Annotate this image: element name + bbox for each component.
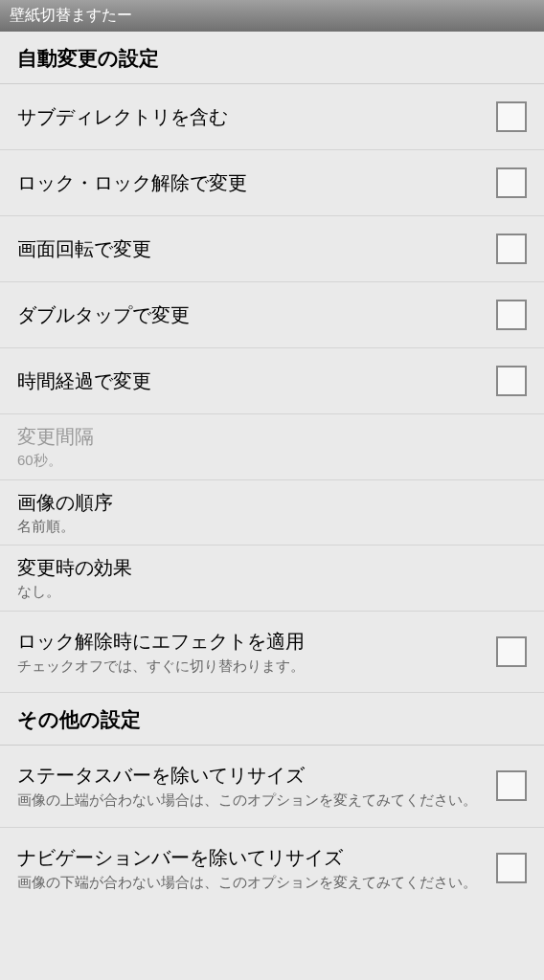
item-label: ダブルタップで変更 xyxy=(17,302,487,327)
item-label: ナビゲーションバーを除いてリサイズ xyxy=(17,845,487,870)
app-title-bar: 壁紙切替ますたー xyxy=(0,0,544,32)
item-include-subdir[interactable]: サブディレクトリを含む xyxy=(0,84,544,150)
item-label: ステータスバーを除いてリサイズ xyxy=(17,763,487,788)
checkbox-rotation[interactable] xyxy=(496,234,527,264)
item-sublabel: なし。 xyxy=(17,582,527,601)
item-resize-navbar[interactable]: ナビゲーションバーを除いてリサイズ 画像の下端が合わない場合は、このオプションを… xyxy=(0,828,544,909)
app-title: 壁紙切替ますたー xyxy=(10,7,132,23)
item-sublabel: 60秒。 xyxy=(17,451,527,470)
checkbox-unlock-effect[interactable] xyxy=(496,636,527,667)
item-resize-statusbar[interactable]: ステータスバーを除いてリサイズ 画像の上端が合わない場合は、このオプションを変え… xyxy=(0,746,544,828)
item-label: ロック解除時にエフェクトを適用 xyxy=(17,629,487,654)
item-sublabel: 名前順。 xyxy=(17,517,527,536)
item-sublabel: 画像の上端が合わない場合は、このオプションを変えてみてください。 xyxy=(17,791,487,810)
item-label: 変更間隔 xyxy=(17,424,527,449)
checkbox-lock-unlock[interactable] xyxy=(496,167,527,198)
item-time-elapsed[interactable]: 時間経過で変更 xyxy=(0,348,544,414)
item-doubletap[interactable]: ダブルタップで変更 xyxy=(0,282,544,348)
item-lock-unlock[interactable]: ロック・ロック解除で変更 xyxy=(0,150,544,216)
section-header-other: その他の設定 xyxy=(0,693,544,745)
item-label: 時間経過で変更 xyxy=(17,368,487,393)
item-label: サブディレクトリを含む xyxy=(17,104,487,129)
item-change-effect[interactable]: 変更時の効果 なし。 xyxy=(0,546,544,612)
item-unlock-effect[interactable]: ロック解除時にエフェクトを適用 チェックオフでは、すぐに切り替わります。 xyxy=(0,612,544,694)
item-sublabel: 画像の下端が合わない場合は、このオプションを変えてみてください。 xyxy=(17,873,487,892)
item-sublabel: チェックオフでは、すぐに切り替わります。 xyxy=(17,657,487,676)
item-image-order[interactable]: 画像の順序 名前順。 xyxy=(0,480,544,546)
checkbox-include-subdir[interactable] xyxy=(496,101,527,132)
item-rotation[interactable]: 画面回転で変更 xyxy=(0,216,544,282)
item-change-interval[interactable]: 変更間隔 60秒。 xyxy=(0,414,544,480)
checkbox-resize-navbar[interactable] xyxy=(496,853,527,883)
checkbox-time-elapsed[interactable] xyxy=(496,366,527,396)
item-label: ロック・ロック解除で変更 xyxy=(17,170,487,195)
item-label: 変更時の効果 xyxy=(17,555,527,580)
section-header-auto: 自動変更の設定 xyxy=(0,32,544,83)
checkbox-doubletap[interactable] xyxy=(496,300,527,330)
checkbox-resize-statusbar[interactable] xyxy=(496,770,527,801)
item-label: 画像の順序 xyxy=(17,490,527,515)
item-label: 画面回転で変更 xyxy=(17,236,487,261)
